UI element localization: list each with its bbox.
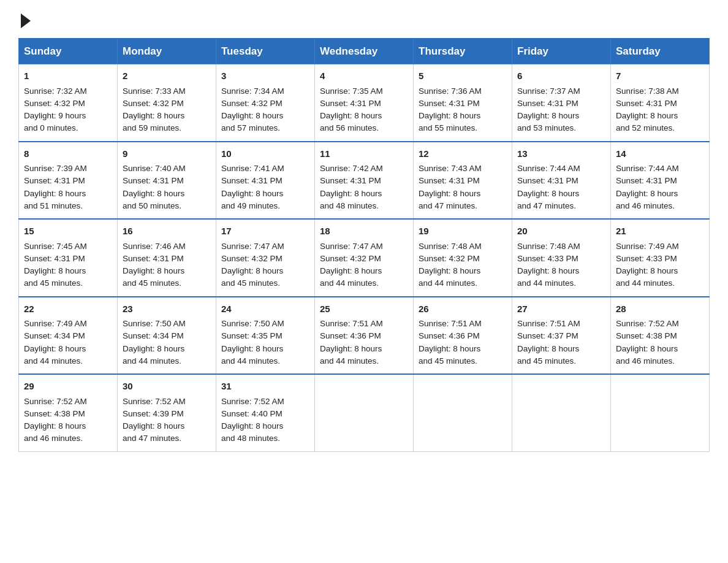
calendar-cell: 7Sunrise: 7:38 AMSunset: 4:31 PMDaylight…: [611, 64, 710, 142]
cell-info: Sunrise: 7:32 AMSunset: 4:32 PMDaylight:…: [24, 86, 87, 133]
day-number: 31: [221, 380, 309, 394]
calendar-cell: 27Sunrise: 7:51 AMSunset: 4:37 PMDayligh…: [512, 297, 611, 375]
day-number: 27: [517, 302, 605, 316]
calendar-cell: [315, 374, 414, 451]
cell-info: Sunrise: 7:34 AMSunset: 4:32 PMDaylight:…: [221, 86, 284, 133]
calendar-cell: 17Sunrise: 7:47 AMSunset: 4:32 PMDayligh…: [216, 219, 315, 297]
column-header-monday: Monday: [118, 39, 216, 64]
cell-info: Sunrise: 7:41 AMSunset: 4:31 PMDaylight:…: [221, 164, 284, 210]
cell-info: Sunrise: 7:48 AMSunset: 4:33 PMDaylight:…: [517, 242, 580, 288]
calendar-cell: 9Sunrise: 7:40 AMSunset: 4:31 PMDaylight…: [118, 142, 216, 220]
calendar-cell: [611, 374, 710, 451]
calendar-cell: 3Sunrise: 7:34 AMSunset: 4:32 PMDaylight…: [216, 64, 315, 142]
day-number: 17: [221, 224, 309, 239]
day-number: 16: [123, 224, 211, 239]
calendar-week-row: 22Sunrise: 7:49 AMSunset: 4:34 PMDayligh…: [19, 297, 710, 375]
calendar-cell: 21Sunrise: 7:49 AMSunset: 4:33 PMDayligh…: [611, 219, 710, 297]
calendar-table: SundayMondayTuesdayWednesdayThursdayFrid…: [18, 38, 710, 452]
calendar-cell: 29Sunrise: 7:52 AMSunset: 4:38 PMDayligh…: [19, 374, 118, 451]
day-number: 13: [517, 147, 605, 161]
calendar-cell: 30Sunrise: 7:52 AMSunset: 4:39 PMDayligh…: [118, 374, 216, 451]
calendar-cell: 22Sunrise: 7:49 AMSunset: 4:34 PMDayligh…: [19, 297, 118, 375]
cell-info: Sunrise: 7:48 AMSunset: 4:32 PMDaylight:…: [419, 242, 482, 288]
column-header-friday: Friday: [512, 39, 611, 64]
day-number: 12: [419, 147, 507, 161]
calendar-cell: 6Sunrise: 7:37 AMSunset: 4:31 PMDaylight…: [512, 64, 611, 142]
day-number: 10: [221, 147, 309, 161]
cell-info: Sunrise: 7:44 AMSunset: 4:31 PMDaylight:…: [616, 164, 679, 210]
calendar-cell: 16Sunrise: 7:46 AMSunset: 4:31 PMDayligh…: [118, 219, 216, 297]
cell-info: Sunrise: 7:51 AMSunset: 4:36 PMDaylight:…: [419, 319, 482, 366]
calendar-cell: [512, 374, 611, 451]
cell-info: Sunrise: 7:52 AMSunset: 4:39 PMDaylight:…: [123, 397, 186, 443]
cell-info: Sunrise: 7:36 AMSunset: 4:31 PMDaylight:…: [419, 86, 482, 133]
calendar-cell: 25Sunrise: 7:51 AMSunset: 4:36 PMDayligh…: [315, 297, 414, 375]
page-header: [18, 12, 710, 27]
day-number: 9: [123, 147, 211, 161]
calendar-cell: 8Sunrise: 7:39 AMSunset: 4:31 PMDaylight…: [19, 142, 118, 220]
day-number: 24: [221, 302, 309, 316]
day-number: 18: [320, 224, 408, 239]
cell-info: Sunrise: 7:42 AMSunset: 4:31 PMDaylight:…: [320, 164, 383, 210]
calendar-cell: 20Sunrise: 7:48 AMSunset: 4:33 PMDayligh…: [512, 219, 611, 297]
day-number: 1: [24, 69, 112, 83]
column-header-thursday: Thursday: [414, 39, 512, 64]
calendar-cell: 14Sunrise: 7:44 AMSunset: 4:31 PMDayligh…: [611, 142, 710, 220]
calendar-cell: 11Sunrise: 7:42 AMSunset: 4:31 PMDayligh…: [315, 142, 414, 220]
day-number: 11: [320, 147, 408, 161]
calendar-cell: 28Sunrise: 7:52 AMSunset: 4:38 PMDayligh…: [611, 297, 710, 375]
logo: [18, 12, 31, 27]
calendar-cell: 26Sunrise: 7:51 AMSunset: 4:36 PMDayligh…: [414, 297, 512, 375]
cell-info: Sunrise: 7:46 AMSunset: 4:31 PMDaylight:…: [123, 242, 186, 288]
day-number: 2: [123, 69, 211, 83]
cell-info: Sunrise: 7:50 AMSunset: 4:34 PMDaylight:…: [123, 319, 186, 366]
day-number: 8: [24, 147, 112, 161]
calendar-week-row: 1Sunrise: 7:32 AMSunset: 4:32 PMDaylight…: [19, 64, 710, 142]
day-number: 15: [24, 224, 112, 239]
cell-info: Sunrise: 7:52 AMSunset: 4:38 PMDaylight:…: [616, 319, 679, 366]
calendar-cell: 4Sunrise: 7:35 AMSunset: 4:31 PMDaylight…: [315, 64, 414, 142]
cell-info: Sunrise: 7:43 AMSunset: 4:31 PMDaylight:…: [419, 164, 482, 210]
day-number: 28: [616, 302, 704, 316]
day-number: 5: [419, 69, 507, 83]
logo-triangle-icon: [21, 13, 31, 28]
calendar-cell: 31Sunrise: 7:52 AMSunset: 4:40 PMDayligh…: [216, 374, 315, 451]
cell-info: Sunrise: 7:49 AMSunset: 4:34 PMDaylight:…: [24, 319, 87, 366]
calendar-cell: 1Sunrise: 7:32 AMSunset: 4:32 PMDaylight…: [19, 64, 118, 142]
calendar-header-row: SundayMondayTuesdayWednesdayThursdayFrid…: [19, 39, 710, 64]
day-number: 20: [517, 224, 605, 239]
day-number: 25: [320, 302, 408, 316]
column-header-tuesday: Tuesday: [216, 39, 315, 64]
cell-info: Sunrise: 7:44 AMSunset: 4:31 PMDaylight:…: [517, 164, 580, 210]
calendar-week-row: 8Sunrise: 7:39 AMSunset: 4:31 PMDaylight…: [19, 142, 710, 220]
day-number: 14: [616, 147, 704, 161]
day-number: 7: [616, 69, 704, 83]
calendar-cell: 18Sunrise: 7:47 AMSunset: 4:32 PMDayligh…: [315, 219, 414, 297]
calendar-cell: 12Sunrise: 7:43 AMSunset: 4:31 PMDayligh…: [414, 142, 512, 220]
column-header-saturday: Saturday: [611, 39, 710, 64]
calendar-cell: 13Sunrise: 7:44 AMSunset: 4:31 PMDayligh…: [512, 142, 611, 220]
cell-info: Sunrise: 7:38 AMSunset: 4:31 PMDaylight:…: [616, 86, 679, 133]
calendar-week-row: 29Sunrise: 7:52 AMSunset: 4:38 PMDayligh…: [19, 374, 710, 451]
day-number: 22: [24, 302, 112, 316]
cell-info: Sunrise: 7:33 AMSunset: 4:32 PMDaylight:…: [123, 86, 186, 133]
day-number: 26: [419, 302, 507, 316]
cell-info: Sunrise: 7:47 AMSunset: 4:32 PMDaylight:…: [221, 242, 284, 288]
cell-info: Sunrise: 7:40 AMSunset: 4:31 PMDaylight:…: [123, 164, 186, 210]
cell-info: Sunrise: 7:47 AMSunset: 4:32 PMDaylight:…: [320, 242, 383, 288]
calendar-cell: 23Sunrise: 7:50 AMSunset: 4:34 PMDayligh…: [118, 297, 216, 375]
cell-info: Sunrise: 7:35 AMSunset: 4:31 PMDaylight:…: [320, 86, 383, 133]
column-header-sunday: Sunday: [19, 39, 118, 64]
cell-info: Sunrise: 7:49 AMSunset: 4:33 PMDaylight:…: [616, 242, 679, 288]
day-number: 21: [616, 224, 704, 239]
calendar-cell: [414, 374, 512, 451]
cell-info: Sunrise: 7:45 AMSunset: 4:31 PMDaylight:…: [24, 242, 87, 288]
calendar-cell: 24Sunrise: 7:50 AMSunset: 4:35 PMDayligh…: [216, 297, 315, 375]
cell-info: Sunrise: 7:51 AMSunset: 4:36 PMDaylight:…: [320, 319, 383, 366]
cell-info: Sunrise: 7:51 AMSunset: 4:37 PMDaylight:…: [517, 319, 580, 366]
calendar-cell: 2Sunrise: 7:33 AMSunset: 4:32 PMDaylight…: [118, 64, 216, 142]
day-number: 19: [419, 224, 507, 239]
day-number: 3: [221, 69, 309, 83]
day-number: 29: [24, 380, 112, 394]
calendar-cell: 10Sunrise: 7:41 AMSunset: 4:31 PMDayligh…: [216, 142, 315, 220]
